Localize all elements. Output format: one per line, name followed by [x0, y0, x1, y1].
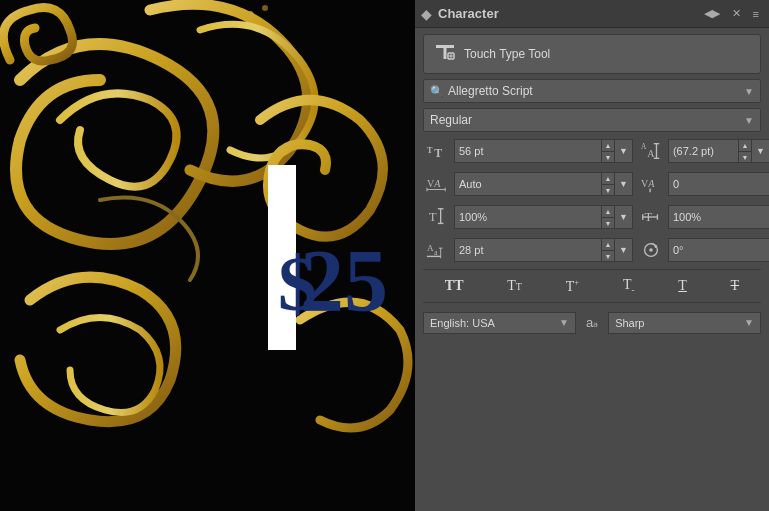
svg-text:A: A [433, 178, 441, 189]
controls-row-1: T T ▲ ▼ ▼ A A [423, 137, 761, 165]
bottom-row: English: USA ▼ aₐ Sharp ▼ [423, 308, 761, 334]
rotation-label [637, 236, 665, 264]
tracking-group: V A ▲ ▼ ▼ [423, 170, 633, 198]
font-style-dropdown[interactable]: Regular ▼ [423, 108, 761, 132]
strikethrough-button[interactable]: T [725, 275, 746, 297]
controls-row-3: T ▲ ▼ ▼ [423, 203, 761, 231]
touch-type-icon [434, 41, 456, 67]
font-size-dropdown[interactable]: ▼ [615, 139, 633, 163]
horizontal-scale-spinbox: ▲ ▼ ▼ [668, 205, 769, 229]
leading-down[interactable]: ▼ [738, 151, 752, 163]
baseline-down[interactable]: ▼ [601, 250, 615, 262]
language-arrow: ▼ [559, 317, 569, 328]
svg-text:A: A [641, 142, 647, 151]
font-family-value: Allegretto Script [444, 84, 744, 98]
baseline-dropdown[interactable]: ▼ [615, 238, 633, 262]
horizontal-scale-group: T ▲ ▼ ▼ [637, 203, 769, 231]
anti-alias-arrow: ▼ [744, 317, 754, 328]
svg-rect-7 [444, 45, 447, 59]
font-family-dropdown[interactable]: 🔍 Allegretto Script ▼ [423, 79, 761, 103]
leading-input[interactable] [668, 139, 738, 163]
anti-alias-icon: aₐ [582, 315, 602, 330]
font-style-row: Regular ▼ [423, 108, 761, 132]
close-button[interactable]: ✕ [728, 5, 745, 22]
touch-type-tool-button[interactable]: Touch Type Tool [423, 34, 761, 74]
language-dropdown[interactable]: English: USA ▼ [423, 312, 576, 334]
character-panel: ◆ Character ◀▶ ✕ ≡ Touch Type Tool [415, 0, 769, 511]
tracking-down[interactable]: ▼ [601, 184, 615, 196]
superscript-button[interactable]: T+ [560, 274, 586, 298]
language-value: English: USA [430, 317, 495, 329]
svg-text:A: A [427, 243, 434, 253]
font-size-up[interactable]: ▲ [601, 139, 615, 151]
tracking-input[interactable] [454, 172, 601, 196]
controls-row-4: A a ▲ ▼ ▼ [423, 236, 761, 264]
font-family-arrow: ▼ [744, 86, 754, 97]
vertical-scale-input[interactable] [454, 205, 601, 229]
font-size-label: T T [423, 137, 451, 165]
svg-text:a: a [434, 248, 438, 257]
kerning-label: V A [637, 170, 665, 198]
rotation-group: ▲ ▼ ▼ [637, 236, 769, 264]
leading-dropdown[interactable]: ▼ [752, 139, 769, 163]
subscript-button[interactable]: T- [617, 274, 641, 298]
panel-title-left: ◆ Character [421, 6, 499, 22]
small-caps-button[interactable]: TT [501, 275, 528, 297]
tracking-label: V A [423, 170, 451, 198]
typography-style-row: TT TT T+ T- T T [423, 269, 761, 303]
tracking-arrows: ▲ ▼ [601, 172, 615, 196]
baseline-input[interactable] [454, 238, 601, 262]
leading-arrows: ▲ ▼ [738, 139, 752, 163]
baseline-up[interactable]: ▲ [601, 238, 615, 250]
vertical-scale-down[interactable]: ▼ [601, 217, 615, 229]
canvas-area: $ 25 [0, 0, 415, 511]
font-size-down[interactable]: ▼ [601, 151, 615, 163]
kerning-group: V A ▲ ▼ ▼ [637, 170, 769, 198]
baseline-spinbox: ▲ ▼ ▼ [454, 238, 633, 262]
vertical-scale-spinbox: ▲ ▼ ▼ [454, 205, 633, 229]
svg-point-1 [246, 11, 254, 19]
panel-diamond-icon: ◆ [421, 6, 432, 22]
anti-alias-dropdown[interactable]: Sharp ▼ [608, 312, 761, 334]
panel-titlebar: ◆ Character ◀▶ ✕ ≡ [415, 0, 769, 28]
leading-label: A A [637, 137, 665, 165]
font-size-group: T T ▲ ▼ ▼ [423, 137, 633, 165]
anti-alias-value: Sharp [615, 317, 644, 329]
rotation-spinbox: ▲ ▼ ▼ [668, 238, 769, 262]
font-family-row: 🔍 Allegretto Script ▼ [423, 79, 761, 103]
tracking-spinbox: ▲ ▼ ▼ [454, 172, 633, 196]
tracking-dropdown[interactable]: ▼ [615, 172, 633, 196]
search-icon: 🔍 [430, 85, 444, 98]
all-caps-button[interactable]: TT [439, 275, 470, 297]
vertical-scale-up[interactable]: ▲ [601, 205, 615, 217]
touch-type-label: Touch Type Tool [464, 47, 550, 61]
svg-point-2 [262, 5, 268, 11]
font-size-input[interactable] [454, 139, 601, 163]
svg-text:A: A [647, 178, 655, 189]
vertical-scale-label: T [423, 203, 451, 231]
underline-button[interactable]: T [672, 275, 693, 297]
tracking-up[interactable]: ▲ [601, 172, 615, 184]
horizontal-scale-input[interactable] [668, 205, 769, 229]
horizontal-scale-label: T [637, 203, 665, 231]
font-size-spinbox: ▲ ▼ ▼ [454, 139, 633, 163]
menu-button[interactable]: ≡ [749, 6, 763, 22]
panel-title: Character [438, 6, 499, 21]
rotation-input[interactable] [668, 238, 769, 262]
font-style-value: Regular [430, 113, 744, 127]
svg-text:T: T [427, 146, 433, 155]
vertical-scale-dropdown[interactable]: ▼ [615, 205, 633, 229]
font-size-arrows: ▲ ▼ [601, 139, 615, 163]
vertical-scale-arrows: ▲ ▼ [601, 205, 615, 229]
panel-content: Touch Type Tool 🔍 Allegretto Script ▼ Re… [415, 28, 769, 511]
leading-up[interactable]: ▲ [738, 139, 752, 151]
panel-title-right: ◀▶ ✕ ≡ [700, 5, 763, 22]
kerning-input[interactable] [668, 172, 769, 196]
font-style-arrow: ▼ [744, 115, 754, 126]
leading-group: A A ▲ ▼ ▼ [637, 137, 769, 165]
kerning-spinbox: ▲ ▼ ▼ [668, 172, 769, 196]
collapse-button[interactable]: ◀▶ [700, 5, 724, 22]
baseline-label: A a [423, 236, 451, 264]
controls-row-2: V A ▲ ▼ ▼ [423, 170, 761, 198]
svg-text:25: 25 [300, 232, 388, 329]
